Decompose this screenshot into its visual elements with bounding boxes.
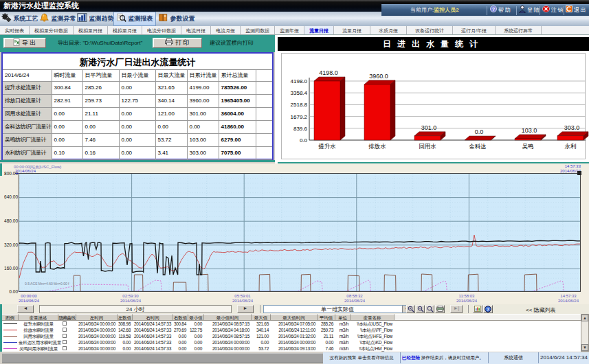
svg-text:3960.0: 3960.0 — [369, 73, 388, 80]
svg-text:4198.0: 4198.0 — [291, 78, 308, 84]
svg-text:839.6: 839.6 — [293, 126, 308, 132]
svg-text:0.5 ACS Mm=4.60 Mn=0.00 f: 0.5 ACS Mm=4.60 Mn=0.00 f — [25, 282, 69, 286]
svg-text:3358.4: 3358.4 — [291, 90, 308, 96]
svg-text:?: ? — [487, 307, 489, 312]
svg-text:回用水: 回用水 — [419, 143, 436, 150]
svg-text:永利: 永利 — [565, 143, 577, 150]
svg-text:301.0: 301.0 — [421, 124, 437, 131]
svg-text:303.0: 303.0 — [564, 124, 580, 131]
svg-text:103.0: 103.0 — [522, 127, 537, 134]
svg-text:?: ? — [492, 6, 496, 12]
svg-text:0.0: 0.0 — [300, 137, 308, 144]
svg-text:1679.2: 1679.2 — [291, 114, 308, 120]
svg-text:金科达: 金科达 — [469, 143, 487, 150]
svg-text:排放水: 排放水 — [368, 143, 386, 150]
svg-text:0.0: 0.0 — [475, 128, 484, 135]
svg-text:4198.0: 4198.0 — [319, 69, 338, 76]
svg-text:2518.8: 2518.8 — [291, 102, 308, 108]
svg-text:提升水: 提升水 — [318, 143, 336, 150]
svg-text:吴鸣: 吴鸣 — [522, 143, 534, 150]
